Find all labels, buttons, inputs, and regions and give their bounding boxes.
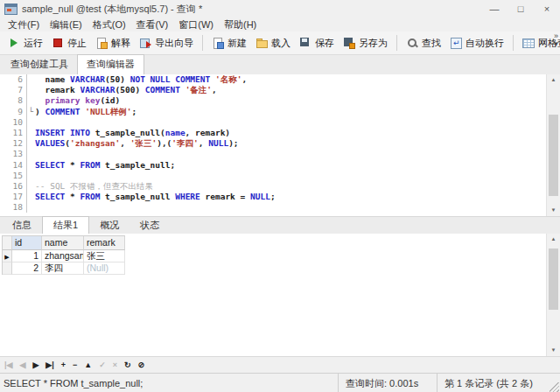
grid-corner-cell [3, 236, 12, 250]
stop-icon [52, 37, 64, 49]
editor-line: 7 remark VARCHAR(500) COMMENT '备注', [0, 85, 560, 95]
toolbar-button-label: 另存为 [359, 37, 388, 50]
find-icon [406, 37, 418, 49]
line-number: 8 [0, 95, 27, 106]
last-record-button[interactable]: ▶| [46, 361, 53, 369]
toolbar-separator [396, 35, 397, 51]
new-button[interactable]: 新建 [207, 35, 251, 52]
result-tab[interactable]: 信息 [2, 217, 42, 234]
toolbar: 运行停止解释导出向导新建载入保存另存为查找自动换行网格查看表单查看 » ▾ [0, 32, 560, 55]
table-row: 2李四(Null) [3, 262, 125, 275]
fold-marker-icon [27, 117, 35, 128]
editor-tabstrip: 查询创建工具查询编辑器 [0, 55, 560, 75]
result-grid: idnameremark ▶1zhangsan张三2李四(Null) [2, 235, 125, 275]
toolbar-button-label: 运行 [24, 37, 43, 50]
export-button[interactable]: 导出向导 [135, 35, 198, 52]
editor-scrollbar[interactable]: ▲ ▼ [546, 74, 560, 216]
fold-marker-icon [27, 160, 35, 171]
edit-record-button[interactable]: ▲ [84, 361, 92, 369]
result-tab[interactable]: 状态 [130, 217, 170, 234]
menu-item[interactable]: 编辑(E) [45, 18, 88, 32]
row-indicator-cell[interactable]: ▶ [3, 250, 12, 262]
export-icon [139, 37, 151, 49]
grid-cell[interactable]: (Null) [84, 262, 125, 275]
grid-cell[interactable]: zhangsan [42, 250, 84, 262]
line-number: 10 [0, 117, 27, 128]
sql-editor[interactable]: 6 name VARCHAR(50) NOT NULL COMMENT '名称'… [0, 74, 560, 216]
fold-marker-icon [27, 95, 35, 106]
add-record-button[interactable]: + [61, 361, 66, 369]
menu-item[interactable]: 查看(V) [131, 18, 174, 32]
fold-marker-icon [27, 128, 35, 138]
title-bar: sample_null @test (本地mysql5.7) - 查询 * — … [0, 0, 560, 18]
code-text: VALUES('zhangsan', '张三'),('李四', NULL); [35, 138, 239, 149]
code-text: SELECT * FROM t_sample_null; [35, 160, 175, 171]
menu-item[interactable]: 帮助(H) [219, 18, 262, 32]
results-scrollbar[interactable]: ▲ ▼ [546, 234, 560, 356]
stop-button[interactable]: 停止 [47, 35, 91, 52]
editor-line: 14SELECT * FROM t_sample_null; [0, 160, 560, 171]
menu-item[interactable]: 文件(F) [3, 18, 45, 32]
grid-column-header[interactable]: remark [84, 236, 125, 250]
status-bar: SELECT * FROM t_sample_null; 查询时间: 0.001… [0, 373, 560, 392]
scrollbar-thumb[interactable] [549, 115, 558, 196]
result-tab[interactable]: 概况 [89, 217, 130, 234]
editor-tab[interactable]: 查询创建工具 [2, 55, 77, 74]
saveas-button[interactable]: 另存为 [339, 35, 392, 52]
new-icon [212, 37, 224, 49]
record-navigator: |◀◀▶▶|+−▲✓×↻⊘ [0, 356, 560, 374]
find-button[interactable]: 查找 [402, 35, 445, 52]
discard-changes-button: × [113, 361, 117, 369]
menu-item[interactable]: 窗口(W) [173, 18, 219, 32]
scrollbar-thumb[interactable] [549, 248, 558, 310]
line-number: 11 [0, 128, 27, 138]
menu-item[interactable]: 格式(O) [88, 18, 131, 32]
fold-marker-icon [27, 85, 35, 95]
grid-icon [522, 37, 535, 49]
save-icon [299, 37, 312, 49]
window-title: sample_null @test (本地mysql5.7) - 查询 * [22, 3, 481, 16]
scroll-down-icon[interactable]: ▼ [547, 205, 560, 216]
current-row-icon: ▶ [4, 254, 9, 260]
resize-grip[interactable] [550, 382, 559, 392]
next-record-button[interactable]: ▶ [32, 361, 38, 369]
wrap-button[interactable]: 自动换行 [445, 35, 508, 52]
line-number: 18 [0, 202, 27, 213]
line-number: 13 [0, 149, 27, 159]
toolbar-separator [202, 35, 203, 51]
stop-load-button[interactable]: ⊘ [138, 361, 145, 369]
close-button[interactable]: × [534, 0, 560, 18]
results-pane: idnameremark ▶1zhangsan张三2李四(Null) ▲ ▼ [0, 234, 560, 356]
grid-header: idnameremark [3, 236, 125, 250]
explain-button[interactable]: 解释 [91, 35, 135, 52]
scroll-down-icon[interactable]: ▼ [547, 345, 560, 356]
delete-record-button[interactable]: − [73, 361, 77, 369]
toolbar-overflow-button[interactable]: » ▾ [554, 32, 558, 48]
editor-line: 18 [0, 202, 560, 213]
load-button[interactable]: 载入 [251, 35, 295, 52]
grid-cell[interactable]: 2 [12, 262, 42, 275]
scroll-up-icon[interactable]: ▲ [547, 74, 560, 86]
grid-column-header[interactable]: name [42, 236, 84, 250]
code-text: primary key(id) [35, 95, 120, 106]
editor-tab[interactable]: 查询编辑器 [77, 54, 144, 75]
grid-column-header[interactable]: id [12, 236, 42, 250]
result-tab[interactable]: 结果1 [42, 216, 89, 235]
grid-cell[interactable]: 李四 [42, 262, 84, 275]
grid-cell[interactable]: 1 [12, 250, 42, 262]
grid-cell[interactable]: 张三 [84, 250, 125, 262]
editor-line: 16-- SQL 不报错，但查不出结果 [0, 181, 560, 192]
prior-record-button: ◀ [19, 361, 25, 369]
refresh-button[interactable]: ↻ [124, 361, 131, 369]
minimize-button[interactable]: — [481, 0, 508, 18]
scroll-up-icon[interactable]: ▲ [547, 234, 560, 245]
maximize-button[interactable]: □ [508, 0, 534, 18]
fold-marker-icon [27, 138, 35, 149]
toolbar-button-label: 导出向导 [155, 37, 193, 50]
apply-changes-button: ✓ [99, 361, 106, 369]
code-text: ) COMMENT 'NULL样例'; [35, 107, 136, 117]
row-indicator-cell[interactable] [3, 262, 12, 275]
editor-line: 9└) COMMENT 'NULL样例'; [0, 107, 560, 117]
save-button[interactable]: 保存 [295, 35, 339, 52]
run-button[interactable]: 运行 [4, 35, 47, 52]
